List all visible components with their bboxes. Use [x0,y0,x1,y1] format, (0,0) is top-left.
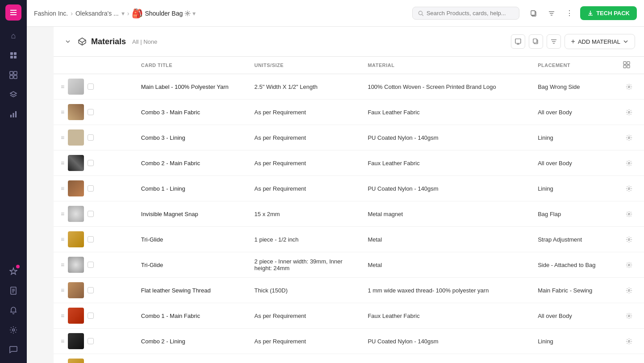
cell-actions-3 [616,150,644,176]
breadcrumb-company[interactable]: Fashion Inc. [34,10,68,17]
svg-rect-35 [623,65,626,68]
cell-material-6: Metal [360,227,531,252]
drag-handle-1[interactable]: ≡ [61,108,64,116]
col-header-material[interactable]: MATERIAL [360,57,531,74]
filter-button[interactable] [544,6,559,21]
add-plus-icon: + [571,38,575,46]
cell-placement-2: Lining [531,125,615,150]
materials-title: Materials [91,37,126,46]
breadcrumb-workspace[interactable]: Oleksandra's ... [75,10,119,17]
nav-tag[interactable] [4,46,22,64]
row-settings-button-10[interactable] [623,335,636,347]
col-header-units[interactable]: UNITS/SIZE [247,57,361,74]
nav-chat[interactable] [4,341,22,359]
export-button[interactable] [511,34,525,49]
row-checkbox-7[interactable] [88,262,94,268]
more-button[interactable]: ⋮ [562,6,577,21]
row-checkbox-0[interactable] [88,83,94,90]
product-name: Shoulder Bag [145,10,183,17]
nav-star[interactable] [4,262,22,280]
cell-units-1: As per Requirement [247,100,361,125]
nav-settings[interactable] [4,321,22,339]
search-input[interactable] [427,10,514,17]
table-body: ≡ Main Label - 100% Polyester Yarn 2.5" … [54,74,644,363]
cell-title-0: Main Label - 100% Polyester Yarn [134,74,247,100]
drag-handle-7[interactable]: ≡ [61,261,64,268]
collapse-button[interactable] [63,36,73,47]
copy-material-button[interactable] [529,34,543,49]
nav-bell[interactable] [4,301,22,319]
drag-handle-2[interactable]: ≡ [61,134,64,141]
row-settings-button-3[interactable] [623,157,636,169]
filter-material-button[interactable] [547,34,561,49]
copy-button[interactable] [527,6,541,21]
row-checkbox-2[interactable] [88,134,94,141]
row-settings-button-9[interactable] [623,309,636,322]
cell-units-10: As per Requirement [247,329,361,354]
row-settings-button-2[interactable] [623,131,636,144]
drag-handle-8[interactable]: ≡ [61,287,64,294]
svg-line-18 [422,14,423,16]
col-header-thumb [54,57,134,74]
row-checkbox-10[interactable] [88,338,94,344]
row-settings-button-7[interactable] [623,259,636,271]
svg-point-15 [13,329,15,331]
table-row: ≡ Flat leather Sewing Thread Thick (150D… [54,278,644,303]
add-material-button[interactable]: + ADD MATERIAL [565,34,635,49]
search-bar [412,7,519,20]
cell-placement-0: Bag Wrong Side [531,74,615,100]
row-settings-button-6[interactable] [623,233,636,246]
svg-point-47 [628,340,630,342]
tech-pack-button[interactable]: TECH PACK [580,6,637,20]
row-settings-button-11[interactable] [623,360,636,363]
row-checkbox-5[interactable] [88,211,94,217]
nav-home[interactable]: ⌂ [4,27,22,45]
drag-handle-6[interactable]: ≡ [61,236,64,243]
svg-rect-5 [14,71,17,75]
row-settings-button-5[interactable] [623,208,636,220]
topbar-actions: ⋮ TECH PACK [527,6,637,21]
row-checkbox-8[interactable] [88,287,94,293]
svg-point-44 [628,264,630,266]
filter-none[interactable]: None [143,38,157,45]
app-logo[interactable] [5,4,21,21]
svg-rect-6 [10,75,13,79]
col-header-actions[interactable] [616,57,644,74]
cell-units-8: Thick (150D) [247,278,361,303]
filter-all[interactable]: All [132,38,138,45]
thumbnail-5 [68,206,84,222]
nav-grid[interactable] [4,66,22,84]
nav-chart[interactable] [4,105,22,123]
thumbnail-9 [68,308,84,324]
drag-handle-0[interactable]: ≡ [61,83,64,90]
row-checkbox-9[interactable] [88,313,94,319]
table-row: ≡ Combo 3 - Lining As per Requirement PU… [54,125,644,150]
row-settings-button-0[interactable] [623,80,636,93]
nav-doc[interactable] [4,282,22,300]
drag-handle-10[interactable]: ≡ [61,338,64,345]
nav-layers[interactable] [4,86,22,104]
row-settings-button-1[interactable] [623,106,636,118]
drag-handle-4[interactable]: ≡ [61,185,64,192]
row-checkbox-4[interactable] [88,185,94,192]
row-checkbox-6[interactable] [88,236,94,242]
breadcrumb-chevron[interactable]: ▾ [121,10,125,17]
gear-icon[interactable] [184,10,191,17]
thumbnail-7 [68,257,84,273]
drag-handle-3[interactable]: ≡ [61,159,64,167]
product-icon: 🎒 [132,8,143,19]
svg-point-45 [628,289,630,291]
breadcrumb-product[interactable]: 🎒 Shoulder Bag ▾ [132,8,196,19]
drag-handle-5[interactable]: ≡ [61,210,64,217]
row-checkbox-3[interactable] [88,160,94,166]
col-header-placement[interactable]: PLACEMENT [531,57,615,74]
cell-units-2: As per Requirement [247,125,361,150]
add-material-label: ADD MATERIAL [578,38,620,45]
col-header-title[interactable]: Card Title [134,57,247,74]
drag-handle-9[interactable]: ≡ [61,312,64,319]
row-checkbox-1[interactable] [88,109,94,115]
product-chevron[interactable]: ▾ [192,10,196,17]
thumbnail-3 [68,155,84,171]
row-settings-button-8[interactable] [623,284,636,296]
row-settings-button-4[interactable] [623,182,636,195]
